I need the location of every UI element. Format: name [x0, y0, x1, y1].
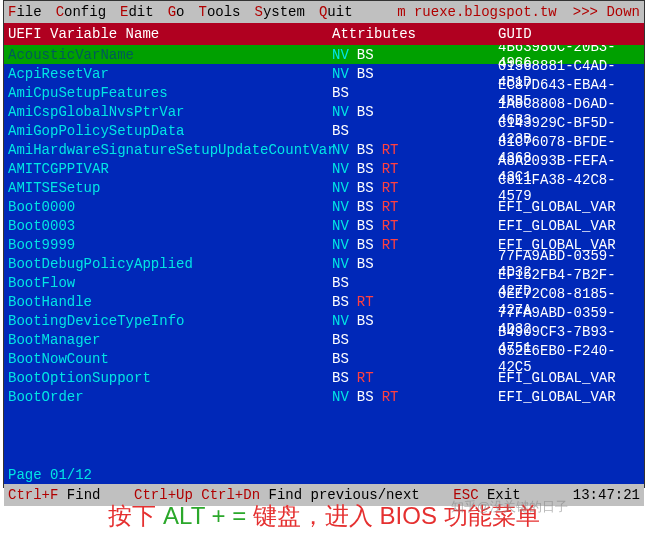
attr-bs: BS — [357, 142, 374, 158]
attr-rt: RT — [382, 218, 399, 234]
table-header: UEFI Variable Name Attributes GUID — [4, 23, 644, 45]
variable-guid: EFI_GLOBAL_VAR — [498, 218, 644, 234]
menu-go[interactable]: Go — [168, 4, 185, 20]
variable-name: AmiCspGlobalNvsPtrVar — [4, 104, 332, 120]
variable-name: AMITSESetup — [4, 180, 332, 196]
variable-attrs: NVBSRT — [332, 180, 498, 196]
attr-bs: BS — [357, 104, 374, 120]
menu-edit[interactable]: Edit — [120, 4, 154, 20]
attr-nv: NV — [332, 313, 349, 329]
variable-attrs: NVBSRT — [332, 199, 498, 215]
attr-bs: BS — [357, 180, 374, 196]
header-attributes: Attributes — [332, 26, 498, 42]
attr-bs: BS — [332, 123, 349, 139]
attr-nv: NV — [332, 180, 349, 196]
menu-hotkey: C — [56, 4, 64, 20]
attr-bs: BS — [332, 275, 349, 291]
shortcut-find-key: Ctrl+F — [8, 487, 58, 503]
attr-rt: RT — [357, 370, 374, 386]
variable-attrs: BSRT — [332, 294, 498, 310]
attr-rt: RT — [382, 237, 399, 253]
attr-rt: RT — [382, 142, 399, 158]
variable-name: Boot0003 — [4, 218, 332, 234]
uefi-editor-window: FileConfigEditGoToolsSystemQuit m ruexe.… — [3, 0, 645, 488]
menu-tools[interactable]: Tools — [198, 4, 240, 20]
variable-guid: EFI_GLOBAL_VAR — [498, 389, 644, 405]
variable-name: AcousticVarName — [4, 47, 332, 63]
table-row[interactable]: Boot0000NVBSRTEFI_GLOBAL_VAR — [4, 197, 644, 216]
variable-attrs: BSRT — [332, 370, 498, 386]
variable-attrs: NVBS — [332, 313, 498, 329]
menu-hotkey: G — [168, 4, 176, 20]
variable-name: Boot9999 — [4, 237, 332, 253]
table-row[interactable]: AMITSESetupNVBSRTC811FA38-42C8-4579 — [4, 178, 644, 197]
attr-nv: NV — [332, 218, 349, 234]
variable-guid: EFI_GLOBAL_VAR — [498, 199, 644, 215]
header-variable-name: UEFI Variable Name — [4, 26, 332, 42]
variable-attrs: NVBSRT — [332, 389, 498, 405]
table-row[interactable]: Boot0003NVBSRTEFI_GLOBAL_VAR — [4, 216, 644, 235]
variable-attrs: NVBSRT — [332, 161, 498, 177]
attr-nv: NV — [332, 47, 349, 63]
variable-name: BootFlow — [4, 275, 332, 291]
variable-name: BootManager — [4, 332, 332, 348]
attr-bs: BS — [357, 47, 374, 63]
variable-name: AcpiResetVar — [4, 66, 332, 82]
menu-hotkey: E — [120, 4, 128, 20]
variable-list[interactable]: AcousticVarNameNVBS4B63986C-20B3-49C6Acp… — [4, 45, 644, 465]
shortcut-find-label: Find — [67, 487, 101, 503]
menubar-left: FileConfigEditGoToolsSystemQuit — [8, 4, 353, 20]
attr-nv: NV — [332, 142, 349, 158]
variable-name: AmiHardwareSignatureSetupUpdateCountVar — [4, 142, 332, 158]
variable-name: Boot0000 — [4, 199, 332, 215]
menu-system[interactable]: System — [255, 4, 305, 20]
attr-bs: BS — [332, 351, 349, 367]
menu-quit[interactable]: Quit — [319, 4, 353, 20]
attr-bs: BS — [357, 161, 374, 177]
menubar-right: m ruexe.blogspot.tw >>> Down — [397, 4, 640, 20]
attr-bs: BS — [357, 218, 374, 234]
variable-attrs: BS — [332, 332, 498, 348]
variable-attrs: NVBSRT — [332, 237, 498, 253]
attr-rt: RT — [382, 161, 399, 177]
attr-nv: NV — [332, 389, 349, 405]
clock: 13:47:21 — [573, 487, 640, 503]
variable-guid: EFI_GLOBAL_VAR — [498, 370, 644, 386]
variable-name: AMITCGPPIVAR — [4, 161, 332, 177]
table-row[interactable]: BootOptionSupportBSRTEFI_GLOBAL_VAR — [4, 368, 644, 387]
attr-nv: NV — [332, 237, 349, 253]
download-link[interactable]: >>> Down — [573, 4, 640, 20]
table-row[interactable]: BootNowCountBS052E6EB0-F240-42C5 — [4, 349, 644, 368]
attr-nv: NV — [332, 104, 349, 120]
variable-name: BootNowCount — [4, 351, 332, 367]
blog-link[interactable]: m ruexe.blogspot.tw — [397, 4, 557, 20]
attr-bs: BS — [332, 332, 349, 348]
attr-rt: RT — [382, 199, 399, 215]
variable-attrs: BS — [332, 123, 498, 139]
attr-nv: NV — [332, 256, 349, 272]
table-row[interactable]: BootOrderNVBSRTEFI_GLOBAL_VAR — [4, 387, 644, 406]
variable-name: AmiGopPolicySetupData — [4, 123, 332, 139]
menubar: FileConfigEditGoToolsSystemQuit m ruexe.… — [4, 1, 644, 23]
caption-p1: 按下 — [108, 502, 163, 529]
menu-file[interactable]: File — [8, 4, 42, 20]
variable-name: BootDebugPolicyApplied — [4, 256, 332, 272]
attr-bs: BS — [357, 237, 374, 253]
caption-p2: 键盘，进入 — [253, 502, 373, 529]
menu-hotkey: T — [198, 4, 206, 20]
variable-attrs: NVBSRT — [332, 218, 498, 234]
attr-bs: BS — [357, 199, 374, 215]
attr-bs: BS — [332, 85, 349, 101]
menu-config[interactable]: Config — [56, 4, 106, 20]
attr-rt: RT — [357, 294, 374, 310]
attr-rt: RT — [382, 389, 399, 405]
variable-name: AmiCpuSetupFeatures — [4, 85, 332, 101]
attr-bs: BS — [357, 256, 374, 272]
watermark: 知乎@没关键的日子 — [451, 498, 568, 516]
attr-bs: BS — [357, 313, 374, 329]
variable-attrs: NVBSRT — [332, 142, 498, 158]
attr-bs: BS — [332, 370, 349, 386]
header-guid: GUID — [498, 26, 644, 42]
variable-attrs: NVBS — [332, 104, 498, 120]
menu-hotkey: S — [255, 4, 263, 20]
